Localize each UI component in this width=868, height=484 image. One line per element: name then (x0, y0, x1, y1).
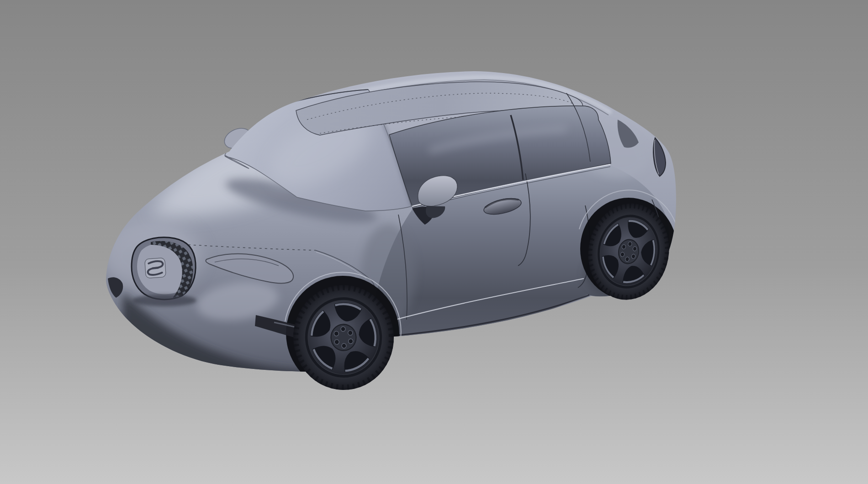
seat-logo-icon (145, 258, 166, 279)
cad-render-stage (0, 0, 868, 484)
grille-shadow (132, 295, 196, 306)
cad-viewport[interactable] (0, 0, 868, 484)
